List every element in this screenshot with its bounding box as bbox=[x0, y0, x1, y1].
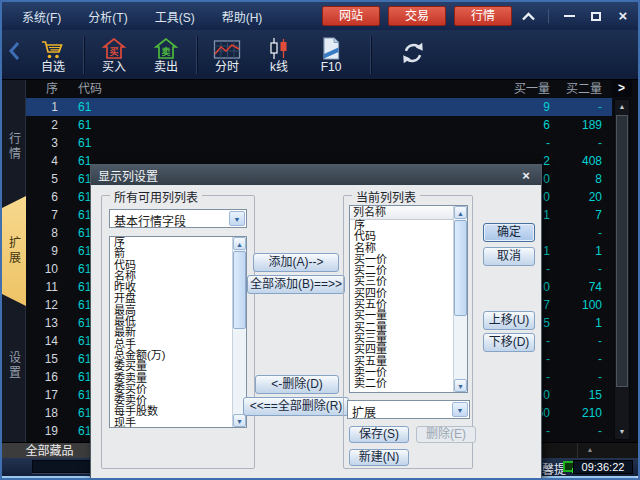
menu-item[interactable]: 工具(S) bbox=[155, 8, 195, 25]
panel-expand-button[interactable]: > bbox=[611, 80, 632, 97]
current-column-item[interactable]: 代码 bbox=[351, 231, 452, 242]
table-cell: 10 bbox=[26, 260, 62, 278]
move-up-button[interactable]: 上移(U) bbox=[483, 311, 535, 330]
toolbar-button-label: 自选 bbox=[41, 60, 65, 74]
table-cell: 61 bbox=[62, 98, 132, 116]
scrollbar-thumb[interactable] bbox=[233, 251, 246, 329]
toolbar-button-label: F10 bbox=[321, 60, 342, 74]
current-column-item[interactable]: 卖二价 bbox=[351, 378, 452, 389]
available-column-item[interactable]: 箭 bbox=[111, 248, 231, 259]
column-header[interactable] bbox=[444, 80, 494, 98]
dialog-close-button[interactable]: × bbox=[518, 168, 534, 183]
table-scrollbar[interactable]: ▲ ▼ bbox=[614, 99, 630, 440]
scroll-up-icon[interactable]: ▲ bbox=[615, 101, 629, 113]
column-header[interactable] bbox=[132, 80, 242, 98]
table-cell: 8 bbox=[550, 170, 604, 188]
delete-scheme-button[interactable]: 删除(E) bbox=[416, 426, 476, 443]
close-icon: × bbox=[522, 168, 530, 183]
app-window: 系统(F)分析(T)工具(S)帮助(H) 网站交易行情 × bbox=[0, 0, 640, 480]
table-cell: 12 bbox=[26, 296, 62, 314]
table-cell bbox=[394, 116, 444, 134]
side-tab-quotes[interactable]: 行情 bbox=[2, 112, 26, 182]
menu-item[interactable]: 帮助(H) bbox=[222, 8, 263, 25]
list-scrollbar[interactable]: ▲ ▼ bbox=[453, 206, 467, 392]
titlebar-quick-button[interactable]: 网站 bbox=[322, 6, 380, 26]
remove-all-button[interactable]: <<==全部删除(R) bbox=[243, 397, 349, 416]
scroll-up-icon[interactable]: ▲ bbox=[454, 206, 467, 219]
table-cell bbox=[242, 134, 294, 152]
combo-value: 基本行情字段 bbox=[110, 210, 246, 229]
dialog-titlebar[interactable]: 显示列设置 × bbox=[91, 165, 541, 185]
column-header[interactable] bbox=[344, 80, 394, 98]
column-header[interactable]: 序 bbox=[26, 80, 62, 98]
column-header[interactable] bbox=[394, 80, 444, 98]
chevron-right-icon: > bbox=[618, 81, 625, 95]
table-row[interactable]: 361-- bbox=[26, 134, 612, 152]
toolbar-button-f10[interactable]: F10 bbox=[308, 35, 354, 74]
titlebar-quick-button[interactable]: 行情 bbox=[454, 6, 512, 26]
scheme-combo[interactable]: 扩展 ▼ bbox=[347, 400, 470, 419]
titlebar-quick-button[interactable]: 交易 bbox=[388, 6, 446, 26]
current-column-item[interactable]: 买四量 bbox=[351, 344, 452, 355]
toolbar-button-sell[interactable]: 卖 卖出 bbox=[143, 35, 189, 74]
column-header[interactable] bbox=[242, 80, 294, 98]
table-cell: 9 bbox=[26, 242, 62, 260]
scrollbar-thumb[interactable] bbox=[616, 115, 628, 387]
available-column-item[interactable]: 序 bbox=[111, 237, 231, 248]
current-column-item[interactable]: 买一量 bbox=[351, 310, 452, 321]
current-columns-group: 当前列列表 列名称 序代码名称买一价买二价买三价买四价买五价买一量买二量买三量买… bbox=[343, 195, 473, 469]
toolbar-button-favorites[interactable]: 自选 bbox=[30, 35, 76, 74]
available-column-item[interactable]: 委买量 bbox=[111, 361, 231, 372]
table-row[interactable]: 1619- bbox=[26, 98, 612, 116]
save-button[interactable]: 保存(S) bbox=[349, 426, 409, 443]
table-cell: 5 bbox=[26, 170, 62, 188]
available-column-item[interactable]: 最新 bbox=[111, 327, 231, 338]
chevron-down-icon[interactable]: ▼ bbox=[229, 211, 245, 226]
maximize-button[interactable] bbox=[585, 6, 607, 26]
field-category-combo[interactable]: 基本行情字段 ▼ bbox=[109, 209, 247, 228]
minimize-button[interactable] bbox=[558, 6, 580, 26]
column-header[interactable] bbox=[294, 80, 344, 98]
scroll-down-icon[interactable]: ▼ bbox=[615, 426, 629, 438]
collapse-toolbar-button[interactable] bbox=[517, 6, 539, 26]
column-header[interactable]: 买一量 bbox=[494, 80, 550, 98]
ok-button[interactable]: 确定 bbox=[483, 223, 535, 242]
tabs-more-button[interactable]: ▲ bbox=[580, 442, 600, 458]
toolbar-divider bbox=[83, 36, 84, 74]
available-columns-list[interactable]: 序箭代码名称昨收开盘最高最低最新总手总金额(万)委买量委卖量委买价委卖价每手股数… bbox=[109, 236, 247, 428]
table-cell: 17 bbox=[26, 386, 62, 404]
toolbar-button-kline[interactable]: k线 bbox=[256, 35, 302, 74]
available-column-item[interactable]: 现手 bbox=[111, 418, 231, 428]
bottom-tab[interactable]: 全部藏品 bbox=[2, 443, 98, 458]
menu-item[interactable]: 系统(F) bbox=[22, 8, 61, 25]
side-tab-settings[interactable]: 设置 bbox=[2, 330, 26, 402]
table-cell: 14 bbox=[26, 332, 62, 350]
refresh-button[interactable] bbox=[400, 40, 426, 70]
table-cell: 61 bbox=[62, 134, 132, 152]
scrollbar-thumb[interactable] bbox=[454, 220, 467, 316]
table-row[interactable]: 2616189 bbox=[26, 116, 612, 134]
remove-button[interactable]: <-删除(D) bbox=[255, 375, 339, 394]
add-button[interactable]: 添加(A)--> bbox=[253, 253, 339, 272]
scroll-up-icon[interactable]: ▲ bbox=[233, 237, 246, 250]
cancel-button[interactable]: 取消 bbox=[483, 247, 535, 266]
toolbar-button-buy[interactable]: 买 买入 bbox=[91, 35, 137, 74]
side-tab-extension[interactable]: 扩展 bbox=[2, 192, 26, 310]
add-all-button[interactable]: 全部添加(B)==>> bbox=[247, 275, 345, 294]
column-header[interactable]: 买二量 bbox=[550, 80, 604, 98]
menu-item[interactable]: 分析(T) bbox=[88, 8, 127, 25]
table-cell: 9 bbox=[494, 98, 550, 116]
scroll-down-icon[interactable]: ▼ bbox=[233, 414, 246, 427]
table-cell: 15 bbox=[26, 350, 62, 368]
table-cell: - bbox=[550, 332, 604, 350]
toolbar-button-intraday[interactable]: 分时 bbox=[204, 35, 250, 74]
chevron-down-icon[interactable]: ▼ bbox=[452, 402, 468, 417]
move-down-button[interactable]: 下移(D) bbox=[483, 333, 535, 352]
new-scheme-button[interactable]: 新建(N) bbox=[349, 449, 409, 466]
column-header[interactable]: 代码 bbox=[62, 80, 132, 98]
close-button[interactable]: × bbox=[612, 6, 634, 26]
back-button[interactable] bbox=[8, 41, 21, 65]
refresh-icon bbox=[400, 40, 426, 66]
current-columns-list[interactable]: 列名称 序代码名称买一价买二价买三价买四价买五价买一量买二量买三量买四量买五量卖… bbox=[349, 205, 468, 393]
scroll-down-icon[interactable]: ▼ bbox=[454, 379, 467, 392]
